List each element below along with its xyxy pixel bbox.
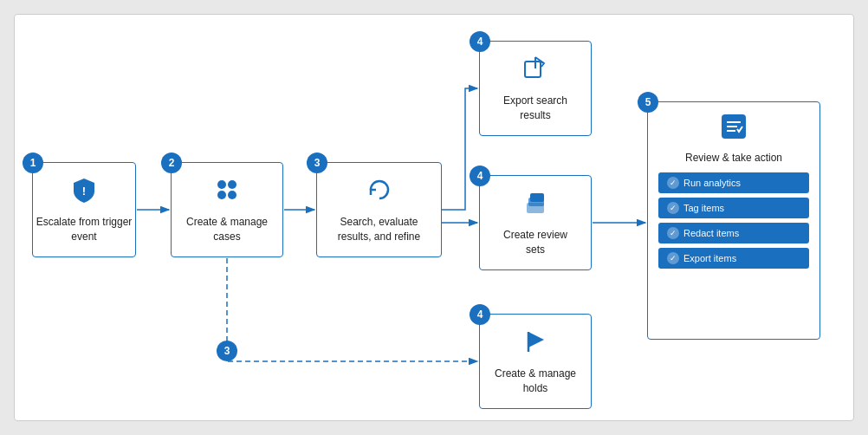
- review-panel: 5 Review & take action ✓ Run analytics ✓…: [647, 101, 820, 340]
- node-escalate-label: Escalate from trigger event: [33, 215, 135, 244]
- check-icon-analytics: ✓: [667, 177, 679, 189]
- node-cases: 2 Create & managecases: [171, 162, 283, 257]
- svg-marker-15: [528, 332, 544, 347]
- action-tag-items: ✓ Tag items: [658, 198, 809, 218]
- svg-text:!: !: [82, 185, 86, 198]
- node-holds-label: Create & manageholds: [495, 367, 576, 396]
- node-cases-label: Create & managecases: [186, 215, 268, 244]
- flag-icon: [521, 328, 549, 361]
- svg-rect-11: [525, 62, 541, 77]
- step-badge-4a: 4: [470, 31, 490, 52]
- svg-point-10: [228, 191, 236, 199]
- node-export-results-label: Export searchresults: [503, 94, 567, 123]
- check-icon-redact: ✓: [667, 227, 679, 239]
- check-icon-tag: ✓: [667, 202, 679, 214]
- node-holds: 4 Create & manageholds: [479, 314, 592, 409]
- action-export-items-label: Export items: [683, 253, 736, 263]
- action-redact-items-label: Redact items: [683, 228, 739, 238]
- diagram-container: 1 ! Escalate from trigger event 2 Create…: [14, 14, 854, 421]
- action-tag-items-label: Tag items: [683, 203, 724, 213]
- step-badge-3: 3: [307, 153, 327, 173]
- action-run-analytics: ✓ Run analytics: [658, 172, 809, 193]
- review-panel-title: Review & take action: [658, 151, 809, 166]
- svg-point-9: [217, 191, 226, 199]
- step-badge-4b: 4: [470, 166, 490, 186]
- step-badge-5: 5: [638, 92, 658, 113]
- shield-icon: !: [70, 176, 98, 210]
- svg-point-7: [217, 180, 226, 189]
- node-export-results: 4 Export searchresults: [479, 41, 592, 136]
- check-icon-export: ✓: [667, 252, 679, 264]
- step-badge-1: 1: [23, 153, 43, 173]
- node-search-label: Search, evaluateresults, and refine: [338, 215, 420, 244]
- node-search: 3 Search, evaluateresults, and refine: [316, 162, 442, 257]
- action-redact-items: ✓ Redact items: [658, 223, 809, 243]
- svg-rect-14: [530, 193, 544, 202]
- step-badge-2: 2: [161, 153, 182, 173]
- step-badge-3-dashed: 3: [217, 341, 237, 361]
- layers-icon: [521, 189, 549, 223]
- node-review-sets-label: Create reviewsets: [503, 228, 567, 257]
- action-export-items: ✓ Export items: [658, 248, 809, 269]
- refresh-icon: [366, 176, 393, 210]
- node-review-sets: 4 Create reviewsets: [479, 175, 592, 270]
- step-badge-4c: 4: [470, 304, 490, 325]
- grid-icon: [213, 176, 241, 210]
- export-icon: [521, 55, 549, 88]
- action-run-analytics-label: Run analytics: [683, 178, 741, 188]
- node-escalate: 1 ! Escalate from trigger event: [32, 162, 136, 257]
- svg-point-8: [228, 180, 236, 189]
- checklist-icon: [658, 111, 809, 147]
